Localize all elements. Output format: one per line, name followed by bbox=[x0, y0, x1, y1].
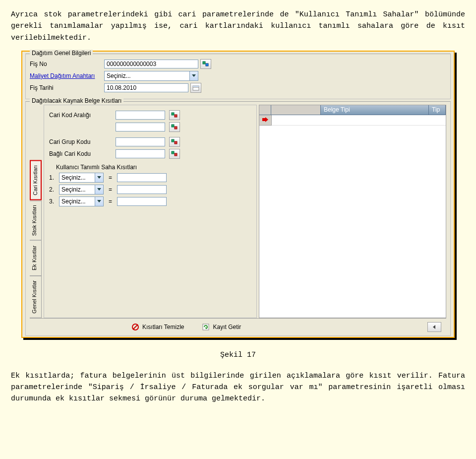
paragraph-top: Ayrıca stok parametrelerindeki gibi cari… bbox=[11, 9, 465, 44]
saha3-combo[interactable]: Seçiniz... bbox=[59, 197, 104, 206]
svg-rect-15 bbox=[203, 324, 209, 330]
cari-kisit-panel: Cari Kod Aralığı Cari Grup Kodu bbox=[44, 105, 257, 318]
paragraph-bottom: Ek kısıtlarda; fatura belgelerinin üst b… bbox=[11, 370, 465, 405]
chevron-down-icon bbox=[95, 185, 103, 194]
combo-value: Seçiniz... bbox=[61, 198, 86, 205]
tab-ek-kisitlar[interactable]: Ek Kısıtlar bbox=[30, 240, 42, 276]
current-row-arrow-icon bbox=[262, 117, 268, 124]
anahtar-combo-value: Seçiniz... bbox=[107, 72, 131, 79]
grid-col-tip[interactable]: Tip bbox=[429, 105, 446, 115]
svg-rect-8 bbox=[175, 127, 177, 129]
cari-kod-araligi-label: Cari Kod Aralığı bbox=[49, 112, 114, 119]
saha1-combo[interactable]: Seçiniz... bbox=[59, 173, 104, 183]
chevron-down-icon bbox=[95, 173, 103, 182]
fis-no-label: Fiş No bbox=[30, 61, 104, 67]
tab-genel-kisitlar[interactable]: Genel Kısıtlar bbox=[30, 276, 42, 318]
vertical-tabs: Genel Kısıtlar Ek Kısıtlar Stok Kısıtlar… bbox=[30, 105, 42, 318]
row-fis-no: Fiş No bbox=[30, 59, 446, 69]
combo-value: Seçiniz... bbox=[61, 186, 86, 193]
svg-rect-9 bbox=[172, 139, 174, 142]
saha3-input[interactable] bbox=[117, 197, 167, 206]
bagli-cari-input[interactable] bbox=[116, 149, 165, 158]
scroll-left-button[interactable] bbox=[427, 322, 441, 332]
row-tarih: Fiş Tarihi bbox=[30, 83, 446, 93]
cari-kod-to-input[interactable] bbox=[116, 123, 165, 131]
saha2-input[interactable] bbox=[117, 185, 167, 194]
lookup-icon[interactable] bbox=[169, 122, 180, 132]
app-screenshot: Dağıtım Genel Bilgileri Fiş No Maliyet D… bbox=[21, 51, 455, 338]
equals-sign: = bbox=[106, 186, 115, 193]
anahtar-combo[interactable]: Seçiniz... bbox=[104, 71, 198, 81]
tarih-input[interactable] bbox=[104, 83, 188, 92]
svg-rect-4 bbox=[193, 86, 199, 87]
clear-filters-label: Kısıtları Temizle bbox=[142, 324, 184, 330]
tarih-label: Fiş Tarihi bbox=[30, 84, 104, 91]
tab-stok-kisitlari[interactable]: Stok Kısıtları bbox=[30, 200, 42, 240]
figure-caption: Şekil 17 bbox=[11, 351, 465, 359]
header-legend: Dağıtım Genel Bilgileri bbox=[30, 50, 93, 57]
svg-rect-10 bbox=[175, 141, 177, 144]
svg-rect-6 bbox=[175, 115, 177, 117]
header-fieldset: Dağıtım Genel Bilgileri Fiş No Maliyet D… bbox=[25, 54, 451, 99]
cari-kod-from-input[interactable] bbox=[116, 111, 165, 120]
row-anahtar: Maliyet Dağıtım Anahtarı Seçiniz... bbox=[30, 71, 446, 81]
equals-sign: = bbox=[106, 198, 115, 205]
calendar-icon[interactable] bbox=[190, 83, 201, 93]
fetch-records-button[interactable]: Kayıt Getir bbox=[196, 322, 246, 332]
cari-grup-label: Cari Grup Kodu bbox=[49, 138, 114, 145]
row-num-3: 3. bbox=[49, 198, 57, 205]
saha2-combo[interactable]: Seçiniz... bbox=[59, 185, 104, 195]
footer-toolbar: Kısıtları Temizle Kayıt Getir bbox=[30, 318, 446, 335]
fis-no-input[interactable] bbox=[104, 60, 198, 68]
row-num-1: 1. bbox=[49, 174, 57, 181]
svg-rect-7 bbox=[172, 125, 174, 127]
cari-grup-input[interactable] bbox=[116, 137, 165, 146]
bagli-cari-label: Bağlı Cari Kodu bbox=[49, 150, 114, 157]
anahtar-link[interactable]: Maliyet Dağıtım Anahtarı bbox=[30, 72, 104, 79]
svg-rect-1 bbox=[206, 64, 208, 66]
row-num-2: 2. bbox=[49, 186, 57, 193]
chevron-down-icon bbox=[189, 71, 198, 80]
lower-fieldset: Dağıtılacak Kaynak Belge Kısıtları Genel… bbox=[25, 101, 451, 336]
combo-value: Seçiniz... bbox=[61, 174, 86, 181]
tab-cari-kisitlari[interactable]: Cari Kısıtları bbox=[30, 160, 42, 200]
lower-legend: Dağıtılacak Kaynak Belge Kısıtları bbox=[30, 97, 123, 104]
lookup-icon[interactable] bbox=[169, 149, 180, 159]
svg-rect-0 bbox=[203, 62, 205, 64]
saha-kisit-title: Kullanıcı Tanımlı Saha Kısıtları bbox=[56, 164, 251, 171]
svg-line-14 bbox=[133, 325, 138, 329]
lower-body: Genel Kısıtlar Ek Kısıtlar Stok Kısıtlar… bbox=[30, 105, 446, 318]
fetch-records-label: Kayıt Getir bbox=[213, 324, 241, 330]
svg-rect-11 bbox=[172, 151, 174, 154]
grid-col-belge-tipi[interactable]: Belge Tipi bbox=[321, 105, 429, 115]
saha1-input[interactable] bbox=[117, 173, 167, 182]
clear-filters-button[interactable]: Kısıtları Temizle bbox=[126, 322, 189, 332]
lookup-icon[interactable] bbox=[169, 137, 180, 147]
svg-rect-12 bbox=[175, 153, 177, 156]
equals-sign: = bbox=[106, 174, 115, 181]
svg-rect-5 bbox=[172, 113, 174, 115]
lookup-icon[interactable] bbox=[200, 59, 211, 69]
result-grid[interactable]: Belge Tipi Tip bbox=[259, 105, 446, 318]
lookup-icon[interactable] bbox=[169, 110, 180, 120]
chevron-down-icon bbox=[95, 197, 103, 206]
